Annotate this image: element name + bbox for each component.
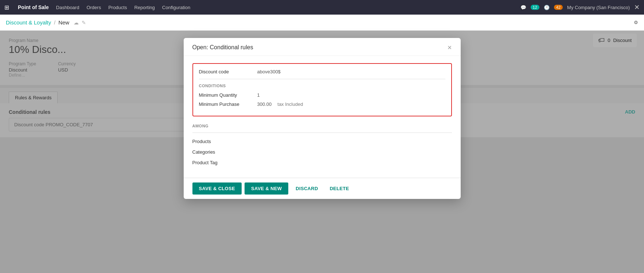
- sub-header: Discount & Loyalty / New ☁ ✎ ⚙: [0, 15, 644, 31]
- nav-orders[interactable]: Orders: [86, 5, 101, 10]
- divider-among: [192, 132, 452, 133]
- product-tag-label: Product Tag: [192, 160, 251, 165]
- badge-clock: 42: [554, 5, 563, 10]
- breadcrumb-separator: /: [54, 20, 55, 26]
- clock-icon[interactable]: 🕐: [544, 5, 550, 10]
- discard-button[interactable]: DISCARD: [291, 182, 322, 195]
- divider-1: [199, 79, 445, 79]
- products-row: Products: [192, 139, 452, 144]
- products-label: Products: [192, 139, 251, 144]
- breadcrumb-link[interactable]: Discount & Loyalty: [6, 19, 51, 26]
- nav-close-icon[interactable]: ✕: [634, 3, 640, 11]
- pencil-icon[interactable]: ✎: [82, 20, 86, 26]
- save-new-button[interactable]: SAVE & NEW: [245, 182, 288, 195]
- product-tag-row: Product Tag: [192, 160, 452, 165]
- nav-right: 💬 12 🕐 42 My Company (San Francisco) ✕: [520, 3, 640, 11]
- modal-title: Open: Conditional rules: [192, 44, 253, 51]
- save-close-button[interactable]: SAVE & CLOSE: [192, 182, 242, 195]
- modal-footer: SAVE & CLOSE SAVE & NEW DISCARD DELETE: [184, 178, 461, 199]
- app-grid-icon[interactable]: ⊞: [4, 4, 9, 11]
- save-cloud-icon[interactable]: ☁: [74, 20, 79, 26]
- message-icon[interactable]: 💬: [520, 5, 526, 10]
- conditions-label: CONDITIONS: [199, 84, 445, 88]
- breadcrumb-current: New: [58, 19, 69, 26]
- min-quantity-row: Minimum Quantity 1: [199, 92, 445, 98]
- discount-code-value[interactable]: above300$: [257, 69, 281, 74]
- company-name: My Company (San Francisco): [567, 5, 630, 10]
- modal-body: Discount code above300$ CONDITIONS Minim…: [184, 56, 461, 178]
- min-quantity-label: Minimum Quantity: [199, 92, 257, 98]
- settings-area[interactable]: ⚙: [634, 20, 638, 25]
- min-quantity-value[interactable]: 1: [257, 92, 260, 98]
- among-section: AMONG Products Categories Product Tag: [192, 124, 452, 165]
- categories-label: Categories: [192, 149, 251, 155]
- min-purchase-value[interactable]: 300.00: [257, 101, 272, 107]
- discount-code-row: Discount code above300$: [199, 69, 445, 74]
- nav-reporting[interactable]: Reporting: [134, 5, 155, 10]
- modal-close-button[interactable]: ×: [448, 44, 452, 51]
- discount-code-label: Discount code: [199, 69, 257, 74]
- delete-button[interactable]: DELETE: [325, 182, 354, 195]
- highlight-box: Discount code above300$ CONDITIONS Minim…: [192, 63, 452, 116]
- modal-header: Open: Conditional rules ×: [184, 38, 461, 56]
- nav-configuration[interactable]: Configuration: [162, 5, 190, 10]
- settings-icon[interactable]: ⚙: [634, 20, 638, 25]
- modal-dialog: Open: Conditional rules × Discount code …: [184, 38, 461, 199]
- badge-messages: 12: [531, 5, 539, 10]
- categories-row: Categories: [192, 149, 452, 155]
- main-area: Program Name 10% Disco... Program Type D…: [0, 31, 644, 273]
- nav-dashboard[interactable]: Dashboard: [56, 5, 79, 10]
- tax-label: tax Included: [277, 101, 303, 107]
- modal-overlay: Open: Conditional rules × Discount code …: [0, 31, 644, 273]
- app-name: Point of Sale: [18, 4, 49, 10]
- min-purchase-row: Minimum Purchase 300.00 tax Included: [199, 101, 445, 107]
- min-purchase-label: Minimum Purchase: [199, 101, 257, 107]
- top-navigation: ⊞ Point of Sale Dashboard Orders Product…: [0, 0, 644, 15]
- among-label: AMONG: [192, 124, 452, 128]
- nav-products[interactable]: Products: [108, 5, 127, 10]
